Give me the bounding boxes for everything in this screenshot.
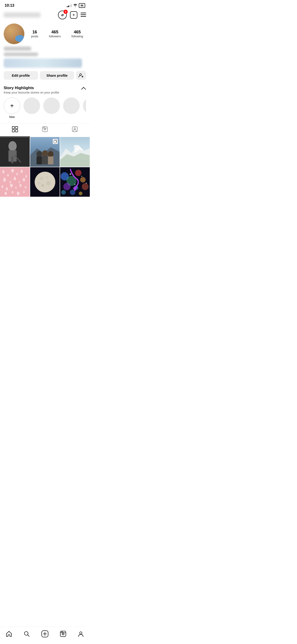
- profile-top: 16 posts 465 followers 465 following: [4, 24, 86, 44]
- story-highlights: Story Highlights Keep your favourite sto…: [0, 83, 90, 123]
- svg-point-41: [25, 175, 27, 178]
- followers-stat[interactable]: 465 followers: [49, 30, 61, 38]
- svg-point-42: [3, 178, 6, 182]
- highlights-row: + New: [4, 94, 86, 123]
- svg-point-61: [46, 181, 51, 186]
- avatar[interactable]: [4, 24, 24, 44]
- battery-icon: 88: [79, 3, 85, 8]
- svg-rect-26: [36, 156, 42, 164]
- grid-item-5[interactable]: [30, 167, 60, 197]
- svg-rect-9: [16, 130, 18, 132]
- menu-button[interactable]: [80, 12, 86, 18]
- posts-count: 16: [32, 30, 37, 34]
- photo-grid: [0, 137, 90, 197]
- highlights-header: Story Highlights Keep your favourite sto…: [4, 86, 86, 94]
- new-highlight-button[interactable]: + New: [4, 98, 20, 118]
- grid-item-2[interactable]: [30, 137, 60, 167]
- svg-rect-2: [80, 16, 86, 17]
- svg-point-49: [10, 184, 13, 187]
- edit-profile-button[interactable]: Edit profile: [4, 71, 38, 80]
- profile-section: 16 posts 465 followers 465 following: [0, 22, 90, 68]
- svg-point-40: [20, 170, 23, 173]
- multi-squares-icon: [54, 140, 57, 143]
- posts-stat[interactable]: 16 posts: [31, 30, 38, 38]
- svg-point-76: [70, 173, 71, 174]
- svg-point-53: [4, 192, 7, 195]
- followers-label: followers: [49, 34, 61, 38]
- plus-icon: +: [72, 12, 75, 18]
- header-nav: Ø 4 +: [0, 10, 90, 22]
- grid-item-1[interactable]: [0, 137, 30, 167]
- following-count: 465: [74, 30, 81, 34]
- tab-tagged[interactable]: [60, 124, 90, 137]
- highlight-1[interactable]: [24, 98, 40, 118]
- svg-point-19: [8, 141, 17, 151]
- svg-point-67: [75, 170, 82, 176]
- highlights-title: Story Highlights: [4, 86, 59, 90]
- svg-rect-1: [80, 14, 86, 15]
- svg-point-44: [14, 177, 16, 180]
- header-icons: Ø 4 +: [58, 10, 86, 19]
- add-post-button[interactable]: +: [70, 11, 77, 19]
- svg-point-64: [38, 182, 41, 185]
- svg-point-17: [74, 128, 76, 130]
- add-friend-button[interactable]: [76, 71, 86, 80]
- svg-point-46: [22, 178, 25, 182]
- share-profile-button[interactable]: Share profile: [40, 71, 74, 80]
- highlight-4-circle: [83, 98, 86, 114]
- svg-point-39: [16, 172, 18, 175]
- highlight-2[interactable]: [43, 98, 60, 118]
- svg-rect-8: [12, 130, 14, 132]
- new-highlight-plus-icon: +: [10, 102, 14, 110]
- content-tabs: [0, 123, 90, 137]
- svg-point-37: [7, 174, 9, 176]
- grid-item-4[interactable]: [0, 167, 30, 197]
- svg-point-25: [36, 151, 42, 157]
- svg-point-62: [41, 184, 44, 187]
- svg-point-77: [81, 176, 82, 177]
- highlights-collapse-button[interactable]: [81, 86, 86, 91]
- highlight-4[interactable]: [83, 98, 86, 118]
- tagged-tab-icon: [72, 126, 78, 134]
- tab-grid[interactable]: [0, 124, 30, 137]
- following-stat[interactable]: 465 following: [71, 30, 83, 38]
- svg-point-54: [12, 191, 13, 194]
- svg-point-48: [6, 187, 8, 190]
- highlight-3[interactable]: [63, 98, 80, 118]
- tab-reels[interactable]: [30, 124, 60, 137]
- threads-button[interactable]: Ø 4: [58, 10, 67, 19]
- svg-point-38: [11, 169, 14, 172]
- status-icons: 88: [67, 3, 85, 8]
- svg-point-50: [15, 186, 16, 189]
- signal-bars-icon: [67, 4, 72, 7]
- svg-point-74: [79, 192, 82, 195]
- svg-point-56: [23, 190, 25, 193]
- posts-label: posts: [31, 34, 38, 38]
- svg-point-29: [48, 151, 54, 157]
- battery-level: 88: [80, 4, 83, 7]
- svg-point-79: [86, 183, 87, 184]
- svg-point-55: [17, 192, 20, 195]
- highlight-1-circle: [24, 98, 40, 114]
- grid-item-6[interactable]: [60, 167, 90, 197]
- svg-point-36: [2, 170, 4, 174]
- svg-point-70: [63, 183, 71, 190]
- svg-point-51: [19, 184, 22, 187]
- highlight-2-circle: [43, 98, 60, 114]
- svg-rect-6: [12, 126, 14, 129]
- highlight-3-circle: [63, 98, 80, 114]
- new-highlight-label: New: [9, 116, 15, 118]
- svg-point-69: [80, 177, 86, 182]
- reels-tab-icon: [42, 126, 48, 134]
- svg-point-63: [46, 176, 48, 178]
- multi-photo-icon: [53, 139, 58, 144]
- threads-icon-label: Ø: [61, 13, 64, 17]
- status-time: 10:13: [4, 3, 14, 8]
- username-blur: [4, 12, 40, 18]
- svg-point-52: [25, 186, 26, 189]
- grid-tab-icon: [12, 126, 18, 134]
- svg-point-73: [70, 190, 76, 195]
- display-name-blur: [4, 46, 31, 51]
- svg-point-75: [61, 190, 66, 195]
- grid-item-3[interactable]: [60, 137, 90, 167]
